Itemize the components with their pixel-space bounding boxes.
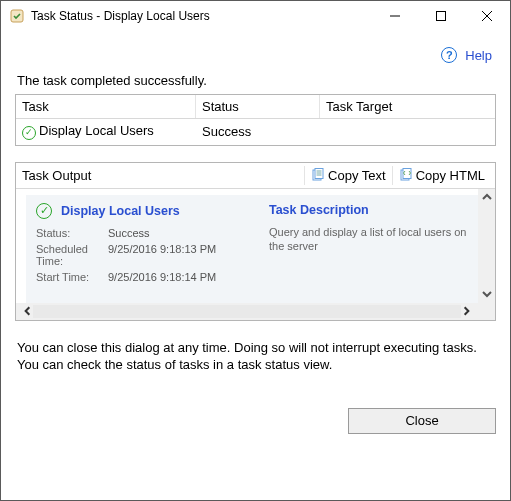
copy-html-label: Copy HTML (416, 168, 485, 183)
scroll-down-icon[interactable] (478, 286, 495, 303)
output-header: Task Output Copy Text Copy HTML (16, 163, 495, 189)
output-right: Task Description Query and display a lis… (269, 203, 468, 299)
scroll-left-icon[interactable] (16, 303, 33, 320)
cell-status: Success (200, 123, 324, 140)
copy-html-icon (399, 168, 413, 182)
output-task-name: Display Local Users (61, 204, 180, 218)
scroll-track[interactable] (478, 206, 495, 286)
kv-start: Start Time: 9/25/2016 9:18:14 PM (36, 271, 255, 283)
help-row: ? Help (15, 41, 496, 73)
cell-task-text: Display Local Users (39, 123, 154, 138)
scroll-right-icon[interactable] (461, 303, 478, 320)
app-icon (9, 8, 25, 24)
copy-html-button[interactable]: Copy HTML (392, 166, 491, 185)
scroll-corner (478, 303, 495, 320)
start-value: 9/25/2016 9:18:14 PM (108, 271, 216, 283)
help-link[interactable]: Help (465, 48, 492, 63)
start-label: Start Time: (36, 271, 108, 283)
info-text: You can close this dialog at any time. D… (17, 339, 494, 374)
status-value: Success (108, 227, 150, 239)
maximize-button[interactable] (418, 1, 464, 31)
copy-text-icon (311, 168, 325, 182)
vertical-scrollbar[interactable] (478, 189, 495, 303)
copy-text-button[interactable]: Copy Text (304, 166, 392, 185)
output-left: ✓ Display Local Users Status: Success Sc… (36, 203, 255, 299)
hscroll-track[interactable] (33, 305, 461, 318)
scroll-up-icon[interactable] (478, 189, 495, 206)
horizontal-scrollbar[interactable] (16, 303, 495, 320)
minimize-button[interactable] (372, 1, 418, 31)
close-window-button[interactable] (464, 1, 510, 31)
cell-task: ✓Display Local Users (20, 122, 200, 141)
success-icon: ✓ (36, 203, 52, 219)
table-header: Task Status Task Target (16, 95, 495, 119)
output-card: ✓ Display Local Users Status: Success Sc… (26, 195, 478, 303)
output-panel: Task Output Copy Text Copy HTML ✓ Di (15, 162, 496, 321)
client-area: ? Help The task completed successfully. … (1, 31, 510, 448)
table-row[interactable]: ✓Display Local Users Success (16, 119, 495, 145)
col-task-header[interactable]: Task (16, 95, 196, 118)
close-button[interactable]: Close (348, 408, 496, 434)
scheduled-value: 9/25/2016 9:18:13 PM (108, 243, 216, 255)
desc-text: Query and display a list of local users … (269, 225, 468, 255)
window-controls (372, 1, 510, 31)
window-title: Task Status - Display Local Users (31, 9, 372, 23)
copy-text-label: Copy Text (328, 168, 386, 183)
svg-rect-1 (437, 12, 446, 21)
kv-scheduled: Scheduled Time: 9/25/2016 9:18:13 PM (36, 243, 255, 267)
desc-heading: Task Description (269, 203, 468, 217)
task-table: Task Status Task Target ✓Display Local U… (15, 94, 496, 146)
scheduled-label: Scheduled Time: (36, 243, 108, 267)
success-icon: ✓ (22, 126, 36, 140)
col-target-header[interactable]: Task Target (320, 95, 495, 118)
status-label: Status: (36, 227, 108, 239)
summary-text: The task completed successfully. (17, 73, 496, 88)
col-status-header[interactable]: Status (196, 95, 320, 118)
task-name-row: ✓ Display Local Users (36, 203, 255, 219)
titlebar: Task Status - Display Local Users (1, 1, 510, 31)
output-label: Task Output (20, 168, 304, 183)
help-icon[interactable]: ? (441, 47, 457, 63)
cell-target (324, 130, 491, 132)
kv-status: Status: Success (36, 227, 255, 239)
output-body: ✓ Display Local Users Status: Success Sc… (16, 189, 495, 303)
footer: Close (15, 408, 496, 434)
